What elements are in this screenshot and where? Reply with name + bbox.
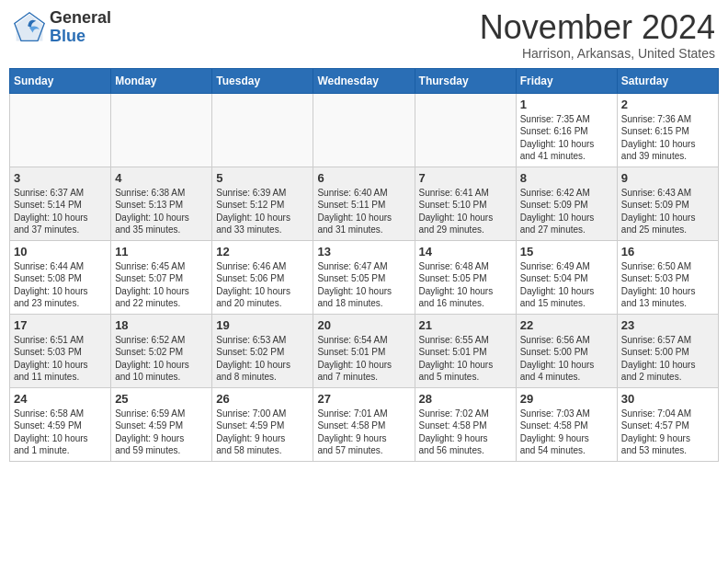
day-number: 1 [520,98,613,111]
day-info: Sunrise: 6:42 AM Sunset: 5:09 PM Dayligh… [520,187,613,236]
calendar-cell [10,93,111,167]
day-number: 2 [621,98,714,111]
calendar-cell: 13Sunrise: 6:47 AM Sunset: 5:05 PM Dayli… [313,240,415,314]
day-info: Sunrise: 6:53 AM Sunset: 5:02 PM Dayligh… [216,334,309,384]
day-info: Sunrise: 6:44 AM Sunset: 5:08 PM Dayligh… [14,260,107,310]
day-info: Sunrise: 6:41 AM Sunset: 5:10 PM Dayligh… [419,187,512,236]
calendar-cell: 19Sunrise: 6:53 AM Sunset: 5:02 PM Dayli… [212,314,313,387]
location: Harrison, Arkansas, United States [480,46,715,61]
day-info: Sunrise: 7:00 AM Sunset: 4:59 PM Dayligh… [216,408,309,457]
calendar-cell: 6Sunrise: 6:40 AM Sunset: 5:11 PM Daylig… [313,167,415,240]
calendar-cell: 3Sunrise: 6:37 AM Sunset: 5:14 PM Daylig… [10,167,111,240]
calendar-cell [415,93,516,167]
day-info: Sunrise: 6:40 AM Sunset: 5:11 PM Dayligh… [317,187,410,236]
day-info: Sunrise: 6:58 AM Sunset: 4:59 PM Dayligh… [14,408,107,457]
weekday-header-row: SundayMondayTuesdayWednesdayThursdayFrid… [10,68,719,93]
calendar-cell: 28Sunrise: 7:02 AM Sunset: 4:58 PM Dayli… [415,387,516,461]
logo-text: General Blue [50,9,111,46]
day-info: Sunrise: 6:56 AM Sunset: 5:00 PM Dayligh… [520,334,613,384]
day-number: 11 [115,245,208,259]
calendar-cell: 27Sunrise: 7:01 AM Sunset: 4:58 PM Dayli… [313,387,415,461]
calendar-cell: 4Sunrise: 6:38 AM Sunset: 5:13 PM Daylig… [111,167,212,240]
day-number: 28 [419,392,512,406]
calendar-week-5: 24Sunrise: 6:58 AM Sunset: 4:59 PM Dayli… [10,387,719,461]
day-number: 29 [520,392,613,406]
day-number: 17 [14,318,107,332]
logo-general-text: General [50,9,111,28]
day-info: Sunrise: 6:59 AM Sunset: 4:59 PM Dayligh… [115,408,208,457]
calendar-cell: 18Sunrise: 6:52 AM Sunset: 5:02 PM Dayli… [111,314,212,387]
day-number: 14 [419,245,512,259]
calendar-cell: 1Sunrise: 7:35 AM Sunset: 6:16 PM Daylig… [516,93,617,167]
calendar-cell: 23Sunrise: 6:57 AM Sunset: 5:00 PM Dayli… [617,314,718,387]
calendar-cell: 22Sunrise: 6:56 AM Sunset: 5:00 PM Dayli… [516,314,617,387]
day-number: 3 [14,171,107,185]
day-info: Sunrise: 6:43 AM Sunset: 5:09 PM Dayligh… [621,187,714,236]
day-number: 6 [317,171,410,185]
day-number: 26 [216,392,309,406]
title-block: November 2024 Harrison, Arkansas, United… [480,9,715,61]
day-info: Sunrise: 6:52 AM Sunset: 5:02 PM Dayligh… [115,334,208,384]
day-info: Sunrise: 6:54 AM Sunset: 5:01 PM Dayligh… [317,334,410,384]
calendar-cell: 16Sunrise: 6:50 AM Sunset: 5:03 PM Dayli… [617,240,718,314]
logo-icon [13,11,46,44]
weekday-header-thursday: Thursday [415,68,516,93]
day-info: Sunrise: 6:39 AM Sunset: 5:12 PM Dayligh… [216,187,309,236]
day-number: 12 [216,245,309,259]
day-info: Sunrise: 6:51 AM Sunset: 5:03 PM Dayligh… [14,334,107,384]
calendar-cell [212,93,313,167]
calendar-cell: 9Sunrise: 6:43 AM Sunset: 5:09 PM Daylig… [617,167,718,240]
calendar-cell: 7Sunrise: 6:41 AM Sunset: 5:10 PM Daylig… [415,167,516,240]
day-info: Sunrise: 6:46 AM Sunset: 5:06 PM Dayligh… [216,260,309,310]
month-title: November 2024 [480,9,715,46]
day-info: Sunrise: 6:50 AM Sunset: 5:03 PM Dayligh… [621,260,714,310]
calendar-cell: 17Sunrise: 6:51 AM Sunset: 5:03 PM Dayli… [10,314,111,387]
day-number: 5 [216,171,309,185]
calendar-week-3: 10Sunrise: 6:44 AM Sunset: 5:08 PM Dayli… [10,240,719,314]
page-header: General Blue November 2024 Harrison, Ark… [9,9,719,61]
day-info: Sunrise: 6:49 AM Sunset: 5:04 PM Dayligh… [520,260,613,310]
day-info: Sunrise: 7:35 AM Sunset: 6:16 PM Dayligh… [520,113,613,163]
day-info: Sunrise: 6:37 AM Sunset: 5:14 PM Dayligh… [14,187,107,236]
calendar-cell [313,93,415,167]
logo-blue-text: Blue [50,28,111,46]
day-info: Sunrise: 6:48 AM Sunset: 5:05 PM Dayligh… [419,260,512,310]
day-number: 8 [520,171,613,185]
day-info: Sunrise: 6:57 AM Sunset: 5:00 PM Dayligh… [621,334,714,384]
day-number: 22 [520,318,613,332]
day-info: Sunrise: 6:47 AM Sunset: 5:05 PM Dayligh… [317,260,410,310]
day-number: 4 [115,171,208,185]
day-number: 25 [115,392,208,406]
day-info: Sunrise: 7:02 AM Sunset: 4:58 PM Dayligh… [419,408,512,457]
weekday-header-wednesday: Wednesday [313,68,415,93]
day-number: 16 [621,245,714,259]
calendar-cell: 21Sunrise: 6:55 AM Sunset: 5:01 PM Dayli… [415,314,516,387]
day-info: Sunrise: 7:04 AM Sunset: 4:57 PM Dayligh… [621,408,714,457]
calendar-cell: 29Sunrise: 7:03 AM Sunset: 4:58 PM Dayli… [516,387,617,461]
logo: General Blue [13,9,111,46]
day-number: 7 [419,171,512,185]
day-number: 24 [14,392,107,406]
day-info: Sunrise: 7:03 AM Sunset: 4:58 PM Dayligh… [520,408,613,457]
calendar-cell: 25Sunrise: 6:59 AM Sunset: 4:59 PM Dayli… [111,387,212,461]
calendar-cell: 26Sunrise: 7:00 AM Sunset: 4:59 PM Dayli… [212,387,313,461]
calendar-cell: 10Sunrise: 6:44 AM Sunset: 5:08 PM Dayli… [10,240,111,314]
calendar-cell: 14Sunrise: 6:48 AM Sunset: 5:05 PM Dayli… [415,240,516,314]
calendar-cell: 15Sunrise: 6:49 AM Sunset: 5:04 PM Dayli… [516,240,617,314]
day-info: Sunrise: 6:45 AM Sunset: 5:07 PM Dayligh… [115,260,208,310]
calendar-cell: 30Sunrise: 7:04 AM Sunset: 4:57 PM Dayli… [617,387,718,461]
day-number: 10 [14,245,107,259]
weekday-header-friday: Friday [516,68,617,93]
day-info: Sunrise: 6:38 AM Sunset: 5:13 PM Dayligh… [115,187,208,236]
day-number: 9 [621,171,714,185]
day-number: 27 [317,392,410,406]
weekday-header-saturday: Saturday [617,68,718,93]
calendar-cell: 8Sunrise: 6:42 AM Sunset: 5:09 PM Daylig… [516,167,617,240]
day-number: 13 [317,245,410,259]
weekday-header-sunday: Sunday [10,68,111,93]
day-number: 30 [621,392,714,406]
day-number: 15 [520,245,613,259]
calendar-cell: 24Sunrise: 6:58 AM Sunset: 4:59 PM Dayli… [10,387,111,461]
calendar-cell: 2Sunrise: 7:36 AM Sunset: 6:15 PM Daylig… [617,93,718,167]
day-info: Sunrise: 7:01 AM Sunset: 4:58 PM Dayligh… [317,408,410,457]
